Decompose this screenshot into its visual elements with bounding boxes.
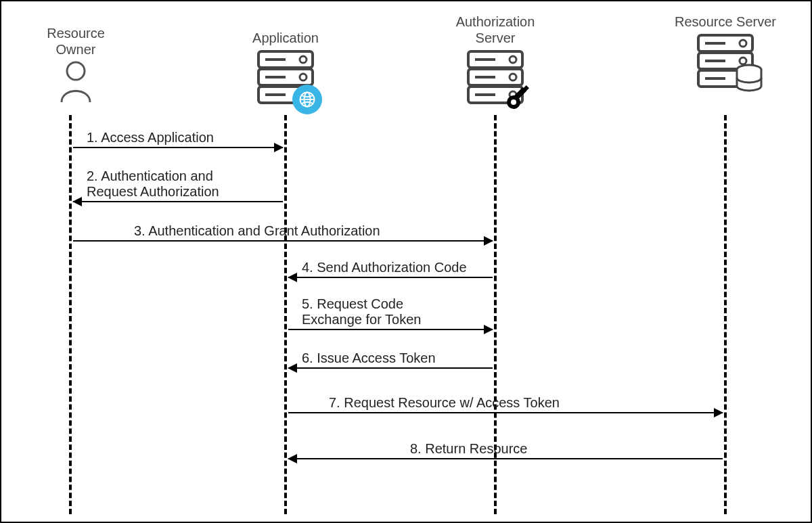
actor-app-label: Application xyxy=(231,30,340,46)
server-icon xyxy=(256,49,315,109)
arrow-right-icon xyxy=(73,147,283,148)
arrow-right-icon xyxy=(288,329,493,330)
arrow-left-icon xyxy=(288,458,723,459)
msg-send-auth-code: 4. Send Authorization Code xyxy=(288,260,493,278)
svg-point-19 xyxy=(510,56,516,63)
lifeline-res xyxy=(724,115,727,514)
msg4-text: 4. Send Authorization Code xyxy=(288,260,493,275)
msg-access-application: 1. Access Application xyxy=(73,130,283,148)
server-icon xyxy=(696,32,755,93)
msg2-text: 2. Authentication and Request Authorizat… xyxy=(73,168,283,200)
msg3-text: 3. Authentication and Grant Authorizatio… xyxy=(73,223,493,239)
arrow-left-icon xyxy=(288,277,493,278)
msg1-text: 1. Access Application xyxy=(73,130,283,145)
actor-res-label: Resource Server xyxy=(671,14,780,30)
arrow-left-icon xyxy=(73,201,283,202)
actor-application: Application xyxy=(231,30,340,109)
globe-icon xyxy=(292,85,322,114)
svg-point-0 xyxy=(67,62,85,80)
key-icon xyxy=(503,82,535,113)
arrow-left-icon xyxy=(288,367,493,369)
msg-return-resource: 8. Return Resource xyxy=(288,441,723,459)
msg6-text: 6. Issue Access Token xyxy=(288,350,493,366)
svg-point-8 xyxy=(300,74,307,81)
actor-resource-server: Resource Server xyxy=(671,14,780,93)
svg-point-23 xyxy=(511,99,516,105)
msg-issue-token: 6. Issue Access Token xyxy=(288,350,493,369)
arrow-right-icon xyxy=(73,240,493,242)
actor-resource-owner: Resource Owner xyxy=(28,25,123,104)
server-icon xyxy=(466,49,525,109)
arrow-right-icon xyxy=(288,412,723,413)
msg-request-token-exchange: 5. Request Code Exchange for Token xyxy=(288,296,493,330)
lifeline-app xyxy=(284,115,287,514)
actor-owner-label: Resource Owner xyxy=(28,25,123,58)
msg-request-resource: 7. Request Resource w/ Access Token xyxy=(288,395,723,413)
database-icon xyxy=(732,62,766,95)
actor-auth-label: Authorization Server xyxy=(434,14,556,46)
user-icon xyxy=(28,60,123,104)
actor-auth-server: Authorization Server xyxy=(434,14,556,109)
svg-point-20 xyxy=(510,74,516,81)
msg-grant-authorization: 3. Authentication and Grant Authorizatio… xyxy=(73,223,493,242)
svg-point-32 xyxy=(740,40,746,47)
msg8-text: 8. Return Resource xyxy=(288,441,723,457)
lifeline-owner xyxy=(69,115,72,514)
msg7-text: 7. Request Resource w/ Access Token xyxy=(288,395,723,411)
msg5-text: 5. Request Code Exchange for Token xyxy=(288,296,493,327)
svg-point-7 xyxy=(300,56,307,63)
msg-auth-request: 2. Authentication and Request Authorizat… xyxy=(73,168,283,202)
